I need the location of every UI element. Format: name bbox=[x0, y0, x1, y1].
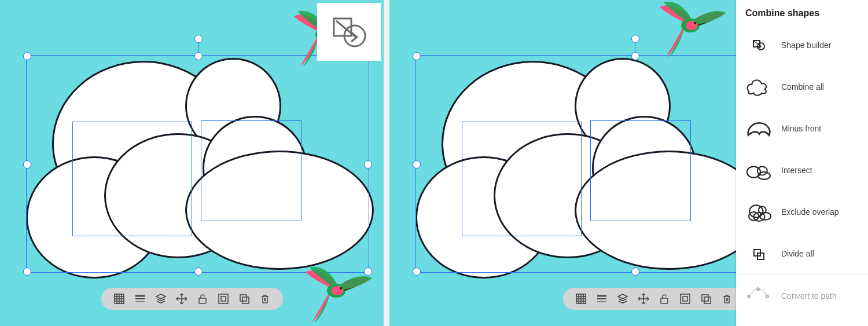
ellipse-5[interactable] bbox=[185, 151, 374, 270]
minus-front-icon bbox=[745, 117, 772, 140]
panel-item-combine-all[interactable]: Combine all bbox=[736, 66, 868, 108]
panel-title: Combine shapes bbox=[736, 0, 868, 24]
panel-item-label: Exclude overlap bbox=[781, 207, 839, 217]
divide-all-icon bbox=[745, 242, 772, 265]
move-button[interactable] bbox=[637, 292, 650, 305]
canvas-left[interactable] bbox=[0, 0, 384, 326]
move-button[interactable] bbox=[175, 292, 188, 305]
panel-item-label: Divide all bbox=[781, 249, 814, 258]
stroke-weight-button[interactable] bbox=[595, 292, 608, 305]
duplicate-button[interactable] bbox=[700, 292, 712, 305]
hummingbird-top bbox=[657, 0, 732, 63]
panel-item-label: Minus front bbox=[781, 124, 821, 133]
handle-ml[interactable] bbox=[413, 160, 421, 169]
handle-rotate[interactable] bbox=[631, 35, 639, 43]
handle-tl[interactable] bbox=[413, 52, 421, 60]
exclude-overlap-icon bbox=[745, 200, 772, 224]
context-toolbar bbox=[101, 288, 283, 310]
handle-tl[interactable] bbox=[23, 52, 31, 60]
transparency-button[interactable] bbox=[113, 292, 126, 305]
panel-item-minus-front[interactable]: Minus front bbox=[736, 108, 868, 149]
arrange-button[interactable] bbox=[616, 292, 629, 305]
hummingbird-bottom bbox=[303, 262, 378, 326]
handle-br[interactable] bbox=[364, 268, 372, 276]
delete-button[interactable] bbox=[720, 292, 733, 305]
panel-item-shape-builder[interactable]: Shape builder bbox=[736, 24, 868, 66]
delete-button[interactable] bbox=[259, 292, 271, 305]
arrange-button[interactable] bbox=[155, 292, 167, 305]
transparency-button[interactable] bbox=[575, 292, 587, 305]
group-button[interactable] bbox=[679, 292, 692, 305]
handle-bc[interactable] bbox=[631, 268, 639, 276]
combine-all-icon bbox=[745, 75, 772, 98]
ellipse-5[interactable] bbox=[575, 151, 763, 270]
panel-item-exclude-overlap[interactable]: Exclude overlap bbox=[736, 191, 868, 233]
handle-bl[interactable] bbox=[413, 268, 421, 276]
shape-builder-hint bbox=[317, 3, 381, 61]
lock-button[interactable] bbox=[196, 292, 209, 305]
handle-ml[interactable] bbox=[23, 160, 31, 169]
combine-shapes-panel: Combine shapes Shape builderCombine allM… bbox=[736, 0, 868, 326]
intersect-icon bbox=[745, 159, 772, 182]
shape-builder-icon bbox=[745, 34, 772, 57]
stroke-weight-button[interactable] bbox=[134, 292, 146, 305]
panel-item-label: Intersect bbox=[781, 166, 812, 175]
handle-mr[interactable] bbox=[364, 160, 372, 169]
convert-to-path-icon bbox=[745, 284, 772, 307]
panel-item-label: Combine all bbox=[781, 82, 824, 91]
context-toolbar bbox=[563, 288, 745, 310]
handle-rotate[interactable] bbox=[194, 35, 203, 43]
panel-item-convert-to-path: Convert to path bbox=[736, 274, 868, 317]
handle-bc[interactable] bbox=[194, 268, 203, 276]
panel-item-label: Shape builder bbox=[781, 41, 831, 50]
panel-item-intersect[interactable]: Intersect bbox=[736, 149, 868, 191]
panel-item-divide-all[interactable]: Divide all bbox=[736, 233, 868, 274]
canvas-right[interactable]: Combine shapes Shape builderCombine allM… bbox=[389, 0, 868, 326]
panel-item-label: Convert to path bbox=[781, 291, 837, 301]
handle-tc[interactable] bbox=[194, 52, 203, 60]
duplicate-button[interactable] bbox=[238, 292, 251, 305]
group-button[interactable] bbox=[217, 292, 230, 305]
lock-button[interactable] bbox=[658, 292, 671, 305]
handle-bl[interactable] bbox=[23, 268, 31, 276]
